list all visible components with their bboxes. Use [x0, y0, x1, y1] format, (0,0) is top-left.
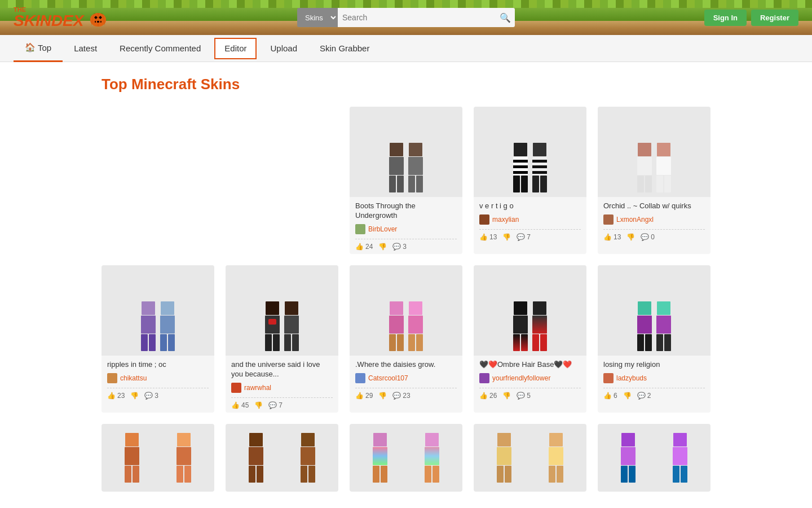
comments-stat: 💬 5: [517, 392, 531, 400]
skin-card[interactable]: [226, 424, 338, 492]
likes-stat: 👍 24: [355, 243, 373, 251]
skin-figure: [497, 433, 511, 483]
author-avatar: [603, 373, 614, 383]
thumbsdown-icon: 👎: [502, 233, 511, 241]
author-avatar: [107, 373, 117, 383]
signin-button[interactable]: Sign In: [704, 10, 747, 26]
comments-stat: 💬 7: [517, 233, 531, 241]
logo[interactable]: THE SKINDEX: [14, 7, 108, 29]
thumbsdown-icon: 👎: [502, 392, 511, 400]
author-name[interactable]: LxmonAngxl: [616, 216, 654, 224]
thumbsup-icon: 👍: [603, 392, 612, 400]
thumbsdown-icon: 👎: [378, 392, 387, 400]
likes-stat: 👍 26: [479, 392, 497, 400]
nav-item-skin-grabber[interactable]: Skin Grabber: [308, 35, 381, 62]
auth-buttons: Sign In Register: [704, 10, 798, 26]
skin-author-row: chikattsu: [107, 373, 209, 383]
nav-item-latest[interactable]: Latest: [63, 35, 108, 62]
skin-name: 🖤❤️Ombre Hair Base🖤❤️: [479, 360, 581, 370]
skin-stats: 👍 26 👎 💬 5: [479, 388, 581, 400]
skin-card[interactable]: [350, 424, 462, 492]
skin-card[interactable]: Orchid .. ~ Collab w/ quirks LxmonAngxl …: [598, 107, 710, 254]
nav-item-recently-commented[interactable]: Recently Commented: [108, 35, 212, 62]
search-type-dropdown[interactable]: Skins: [297, 8, 338, 27]
pumpkin-icon: [88, 7, 108, 28]
thumbsup-icon: 👍: [107, 392, 116, 400]
skin-figure-front: [513, 143, 528, 192]
skin-info: Orchid .. ~ Collab w/ quirks LxmonAngxl …: [598, 197, 710, 244]
likes-stat: 👍 13: [603, 233, 621, 241]
dislikes-stat: 👎: [502, 233, 511, 241]
skin-figure-back: [408, 301, 423, 351]
comment-icon: 💬: [517, 233, 525, 241]
author-name[interactable]: BirbLover: [368, 225, 397, 233]
skin-author-row: maxylian: [479, 214, 581, 225]
skin-info: 🖤❤️Ombre Hair Base🖤❤️ yourfriendlyfollow…: [474, 356, 586, 403]
skin-card[interactable]: 🖤❤️Ombre Hair Base🖤❤️ yourfriendlyfollow…: [474, 265, 586, 413]
skin-image: [226, 265, 338, 356]
skin-stats: 👍 23 👎 💬 3: [107, 388, 209, 400]
skin-card[interactable]: [598, 424, 710, 492]
search-button[interactable]: 🔍: [496, 8, 515, 27]
author-name[interactable]: Catsrcool107: [368, 374, 408, 382]
skin-info: ripples in time ; oc chikattsu 👍 23 👎 💬: [102, 356, 214, 403]
empty-slot-2: [226, 107, 338, 254]
thumbsdown-icon: 👎: [378, 243, 387, 251]
skin-figure-back: [532, 301, 547, 351]
comments-stat: 💬 3: [144, 392, 158, 400]
skin-card[interactable]: ripples in time ; oc chikattsu 👍 23 👎 💬: [102, 265, 214, 413]
author-name[interactable]: yourfriendlyfollower: [492, 374, 550, 382]
skin-image: [598, 265, 710, 356]
skin-card[interactable]: .Where the daisies grow. Catsrcool107 👍 …: [350, 265, 462, 413]
skin-card[interactable]: [474, 424, 586, 492]
skin-card[interactable]: and the universe said i love you because…: [226, 265, 338, 413]
skin-stats: 👍 6 👎 💬 2: [603, 388, 705, 400]
skin-info: v e r t i g o maxylian 👍 13 👎 💬 7: [474, 197, 586, 244]
skin-figure-back: [656, 143, 671, 192]
comments-stat: 💬 0: [641, 233, 655, 241]
comment-icon: 💬: [268, 401, 277, 409]
dislikes-stat: 👎: [623, 392, 632, 400]
skin-info: Boots Through the Undergrowth BirbLover …: [350, 197, 462, 254]
comment-icon: 💬: [392, 392, 401, 400]
page-title: Top Minecraft Skins: [102, 76, 710, 93]
skin-card[interactable]: v e r t i g o maxylian 👍 13 👎 💬 7: [474, 107, 586, 254]
likes-stat: 👍 13: [479, 233, 497, 241]
register-button[interactable]: Register: [751, 10, 798, 26]
skin-image: [350, 107, 462, 197]
svg-rect-11: [99, 20, 100, 23]
likes-stat: 👍 29: [355, 392, 373, 400]
skin-card[interactable]: [102, 424, 214, 492]
skin-figure: [125, 433, 139, 483]
thumbsup-icon: 👍: [355, 243, 364, 251]
author-name[interactable]: ladzybuds: [616, 374, 647, 382]
skin-card[interactable]: losing my religion ladzybuds 👍 6 👎 💬: [598, 265, 710, 413]
thumbsup-icon: 👍: [479, 392, 488, 400]
comments-stat: 💬 23: [392, 392, 410, 400]
skin-info: losing my religion ladzybuds 👍 6 👎 💬: [598, 356, 710, 403]
skin-author-row: Catsrcool107: [355, 373, 457, 383]
skin-card[interactable]: Boots Through the Undergrowth BirbLover …: [350, 107, 462, 254]
skin-author-row: yourfriendlyfollower: [479, 373, 581, 383]
author-avatar: [355, 224, 365, 234]
skin-preview: [633, 107, 676, 197]
search-input[interactable]: [338, 8, 496, 27]
author-name[interactable]: maxylian: [492, 216, 519, 224]
author-name[interactable]: chikattsu: [120, 374, 147, 382]
skin-name: losing my religion: [603, 360, 705, 370]
author-name[interactable]: rawrwhal: [244, 384, 271, 392]
dislikes-stat: 👎: [254, 401, 263, 409]
navigation-bar: 🏠 Top Latest Recently Commented Editor U…: [0, 35, 812, 62]
likes-stat: 👍 6: [603, 392, 617, 400]
nav-item-editor[interactable]: Editor: [214, 38, 257, 59]
skin-preview: [385, 265, 427, 356]
nav-item-top[interactable]: 🏠 Top: [14, 35, 63, 62]
skin-figure: [176, 433, 191, 483]
skin-figure: [373, 433, 387, 483]
thumbsup-icon: 👍: [603, 233, 612, 241]
skin-image: [474, 265, 586, 356]
skin-info: and the universe said i love you because…: [226, 356, 338, 413]
home-icon: 🏠: [25, 42, 36, 52]
nav-item-upload[interactable]: Upload: [259, 35, 308, 62]
skin-info: .Where the daisies grow. Catsrcool107 👍 …: [350, 356, 462, 403]
